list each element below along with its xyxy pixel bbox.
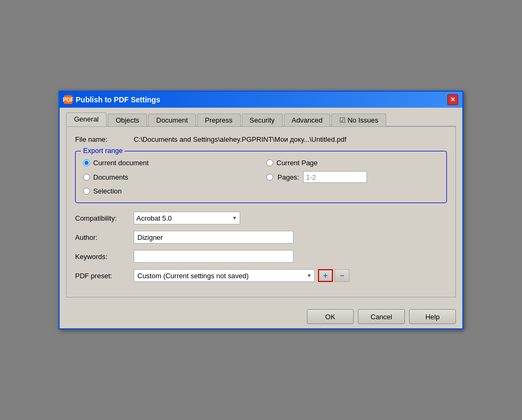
- pages-input[interactable]: [303, 171, 367, 183]
- radio-grid: Current document Current Page Documents …: [83, 159, 439, 195]
- app-icon: PDF: [64, 95, 72, 104]
- content-area: General Objects Document Prepress Securi…: [60, 108, 462, 304]
- radio-pages-input[interactable]: [266, 174, 273, 181]
- compatibility-row: Compatibility: Acrobat 4.0 Acrobat 5.0 A…: [75, 212, 447, 224]
- radio-selection-input[interactable]: [83, 188, 90, 195]
- compatibility-select[interactable]: Acrobat 4.0 Acrobat 5.0 Acrobat 6.0 Acro…: [134, 212, 240, 224]
- file-name-value: C:\Documents and Settings\alehey.PGPRINT…: [134, 135, 346, 143]
- radio-documents: Documents: [83, 171, 256, 183]
- tab-no-issues[interactable]: No Issues: [331, 114, 386, 126]
- author-label: Author:: [75, 233, 134, 241]
- tab-objects[interactable]: Objects: [108, 114, 147, 126]
- pdf-preset-row: PDF preset: Custom (Current settings not…: [75, 269, 447, 282]
- tab-general[interactable]: General: [66, 112, 107, 126]
- pdf-preset-label: PDF preset:: [75, 272, 134, 280]
- cancel-button[interactable]: Cancel: [358, 309, 405, 324]
- tab-document[interactable]: Document: [148, 114, 195, 126]
- compatibility-select-wrapper: Acrobat 4.0 Acrobat 5.0 Acrobat 6.0 Acro…: [134, 212, 240, 224]
- radio-documents-label[interactable]: Documents: [93, 173, 128, 181]
- radio-pages-row: Pages:: [266, 171, 439, 183]
- radio-current-doc-label[interactable]: Current document: [93, 159, 149, 167]
- tab-prepress[interactable]: Prepress: [197, 114, 241, 126]
- export-range-legend: Export range: [81, 147, 125, 155]
- radio-selection-label[interactable]: Selection: [93, 187, 121, 195]
- radio-current-page-input[interactable]: [266, 159, 273, 166]
- radio-current-page: Current Page: [266, 159, 439, 167]
- file-name-label: File name:: [75, 135, 134, 143]
- titlebar: PDF Publish to PDF Settings ✕: [60, 92, 462, 108]
- window-title: Publish to PDF Settings: [76, 95, 160, 104]
- preset-buttons: + −: [318, 269, 349, 282]
- radio-current-page-label[interactable]: Current Page: [276, 159, 317, 167]
- tab-security[interactable]: Security: [242, 114, 283, 126]
- tab-advanced[interactable]: Advanced: [284, 114, 331, 126]
- pdf-preset-select[interactable]: Custom (Current settings not saved): [134, 269, 315, 282]
- keywords-row: Keywords:: [75, 250, 447, 263]
- radio-pages-label[interactable]: Pages:: [278, 173, 299, 181]
- bottom-bar: OK Cancel Help: [60, 304, 462, 328]
- tab-bar: General Objects Document Prepress Securi…: [66, 112, 456, 127]
- preset-remove-button[interactable]: −: [335, 269, 349, 282]
- compatibility-label: Compatibility:: [75, 214, 134, 222]
- keywords-label: Keywords:: [75, 253, 134, 261]
- close-button[interactable]: ✕: [447, 94, 458, 105]
- preset-add-button[interactable]: +: [318, 269, 333, 282]
- radio-current-doc-input[interactable]: [83, 159, 90, 166]
- pdf-preset-select-wrapper: Custom (Current settings not saved): [134, 269, 315, 282]
- export-range-group: Export range Current document Current Pa…: [75, 151, 447, 203]
- author-row: Author:: [75, 231, 447, 244]
- radio-selection: Selection: [83, 187, 256, 195]
- tab-panel-general: File name: C:\Documents and Settings\ale…: [66, 127, 456, 297]
- radio-documents-input[interactable]: [83, 174, 90, 181]
- keywords-input[interactable]: [134, 250, 293, 263]
- titlebar-left: PDF Publish to PDF Settings: [64, 95, 160, 104]
- file-name-row: File name: C:\Documents and Settings\ale…: [75, 135, 447, 143]
- ok-button[interactable]: OK: [307, 309, 354, 324]
- main-window: PDF Publish to PDF Settings ✕ General Ob…: [59, 91, 463, 329]
- help-button[interactable]: Help: [409, 309, 456, 324]
- author-input[interactable]: [134, 231, 293, 244]
- radio-current-doc: Current document: [83, 159, 256, 167]
